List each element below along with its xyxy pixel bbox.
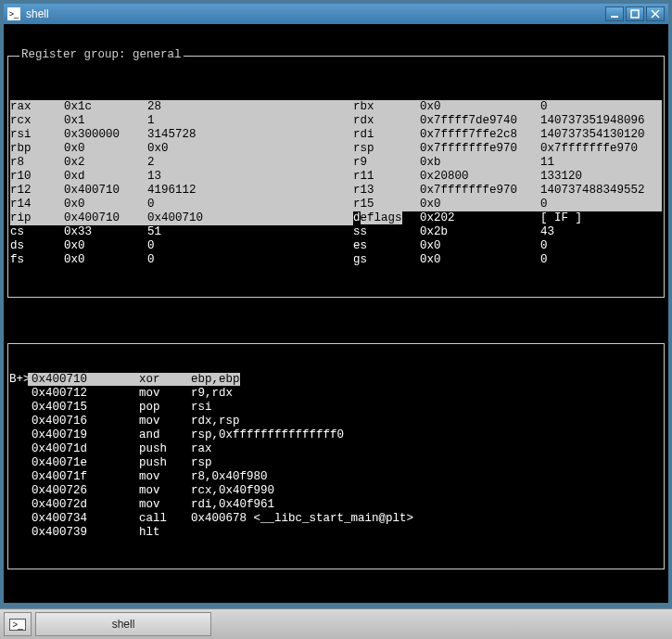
taskbar-task-label: shell [112,618,135,631]
register-row: rbp0x00x0rsp0x7fffffffe9700x7fffffffe970 [10,142,662,156]
register-row: rcx0x11rdx0x7ffff7de9740140737351948096 [10,114,662,128]
asm-row: 0x400716movrdx,rsp [9,415,663,428]
register-row: rip0x4007100x400710deflags0x202[ IF ] [10,211,662,225]
asm-row: 0x40071epushrsp [9,456,663,470]
asm-row: 0x400719andrsp,0xfffffffffffffff0 [9,428,663,442]
terminal-window: >_ shell Register group: general rax0x1c… [3,3,669,604]
register-group-label: Register group: general [19,48,184,62]
asm-row: 0x40071fmovr8,0x40f980 [9,470,663,484]
register-row: rsi0x3000003145728rdi0x7ffff7ffe2c814073… [10,128,662,142]
register-row: r140x00r150x00 [10,198,662,211]
terminal-content[interactable]: Register group: general rax0x1c28rbx0x00… [4,24,668,603]
register-panel: Register group: general rax0x1c28rbx0x00… [7,56,665,298]
window-title: shell [26,7,603,20]
asm-row: 0x400739hlt [9,526,663,540]
taskbar: >_ shell [0,608,672,639]
close-button[interactable] [646,6,665,21]
maximize-button[interactable] [626,6,644,21]
app-icon: >_ [7,7,20,20]
register-row: fs0x00gs0x00 [10,253,662,267]
register-row: cs0x3351ss0x2b43 [10,225,662,239]
register-row: ds0x00es0x00 [10,239,662,253]
asm-row: 0x400734call0x400678 <__libc_start_main@… [9,512,663,526]
asm-row: B+>0x400710xorebp,ebp [9,373,663,387]
minimize-button[interactable] [605,6,624,21]
taskbar-task-shell[interactable]: shell [35,612,211,636]
disassembly-panel: B+>0x400710xorebp,ebp0x400712movr9,rdx0x… [7,343,665,569]
asm-row: 0x400712movr9,rdx [9,387,663,401]
terminal-icon: >_ [9,619,25,631]
titlebar[interactable]: >_ shell [4,4,668,24]
asm-row: 0x400726movrcx,0x40f990 [9,484,663,498]
taskbar-launcher[interactable]: >_ [4,612,32,636]
register-row: r100xd13r110x20800133120 [10,170,662,184]
svg-rect-1 [631,10,639,18]
register-row: r80x22r90xb11 [10,156,662,170]
register-row: rax0x1c28rbx0x00 [10,100,662,114]
asm-row: 0x400715poprsi [9,401,663,415]
register-row: r120x4007104196112r130x7fffffffe97014073… [10,184,662,198]
asm-row: 0x40071dpushrax [9,442,663,456]
asm-row: 0x40072dmovrdi,0x40f961 [9,498,663,512]
